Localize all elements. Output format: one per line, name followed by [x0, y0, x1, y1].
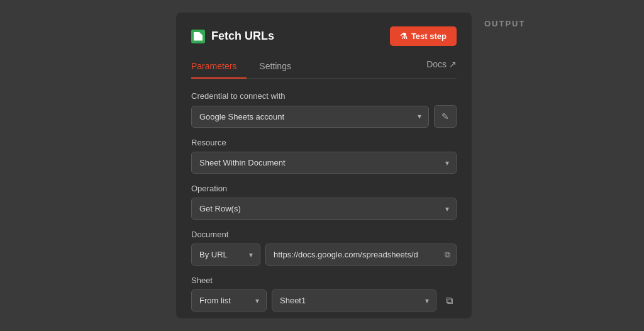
credential-select-wrapper: Google Sheets account ▾ [191, 106, 429, 128]
resource-section: Resource Sheet Within Document ▾ [191, 138, 457, 174]
docs-label: Docs ↗ [426, 59, 457, 69]
test-step-label: Test step [411, 31, 447, 41]
main-area: Fetch URLs ⚗ Test step Parameters Settin… [0, 0, 644, 331]
sheet-row: From list ▾ Sheet1 ▾ ⧉ [191, 289, 457, 311]
output-label: OUTPUT [484, 19, 525, 28]
panel-title: Fetch URLs [191, 30, 274, 43]
panel: Fetch URLs ⚗ Test step Parameters Settin… [176, 13, 472, 318]
tab-docs[interactable]: Docs ↗ [426, 59, 457, 76]
panel-header: Fetch URLs ⚗ Test step [191, 26, 457, 46]
operation-label: Operation [191, 184, 457, 193]
tabs: Parameters Settings Docs ↗ [191, 56, 457, 79]
sheet-section: Sheet From list ▾ Sheet1 ▾ ⧉ [191, 276, 457, 311]
from-list-select[interactable]: From list [191, 289, 267, 311]
operation-select[interactable]: Get Row(s) [191, 198, 457, 220]
resource-select[interactable]: Sheet Within Document [191, 152, 457, 174]
sheet-icon-inner [194, 32, 203, 41]
test-step-button[interactable]: ⚗ Test step [390, 26, 457, 46]
credential-select[interactable]: Google Sheets account [191, 106, 429, 128]
edit-icon: ✎ [441, 111, 449, 121]
page-title: Fetch URLs [211, 30, 274, 43]
credential-label: Credential to connect with [191, 91, 457, 101]
credential-edit-button[interactable]: ✎ [434, 105, 457, 128]
tab-settings[interactable]: Settings [259, 56, 301, 79]
url-input-wrapper: ⧉ [265, 244, 457, 266]
url-external-link-icon[interactable]: ⧉ [445, 250, 450, 260]
url-input[interactable] [265, 244, 457, 266]
operation-select-wrapper: Get Row(s) ▾ [191, 198, 457, 220]
sheet1-select[interactable]: Sheet1 [272, 289, 436, 311]
by-url-select[interactable]: By URL [191, 244, 260, 266]
credential-section: Credential to connect with Google Sheets… [191, 91, 457, 128]
sheet-external-link-icon[interactable]: ⧉ [441, 295, 457, 306]
output-panel: OUTPUT [472, 0, 644, 331]
flask-icon: ⚗ [400, 31, 408, 41]
document-row: By URL ▾ ⧉ [191, 244, 457, 266]
from-list-select-wrapper: From list ▾ [191, 289, 267, 311]
sheet1-select-wrapper: Sheet1 ▾ [272, 289, 436, 311]
resource-select-wrapper: Sheet Within Document ▾ [191, 152, 457, 174]
by-url-select-wrapper: By URL ▾ [191, 244, 260, 266]
tab-parameters[interactable]: Parameters [191, 56, 247, 79]
sheet-label: Sheet [191, 276, 457, 285]
operation-section: Operation Get Row(s) ▾ [191, 184, 457, 220]
document-section: Document By URL ▾ ⧉ [191, 230, 457, 266]
document-label: Document [191, 230, 457, 239]
sheet-icon [191, 30, 205, 43]
credential-row: Google Sheets account ▾ ✎ [191, 105, 457, 128]
resource-label: Resource [191, 138, 457, 147]
